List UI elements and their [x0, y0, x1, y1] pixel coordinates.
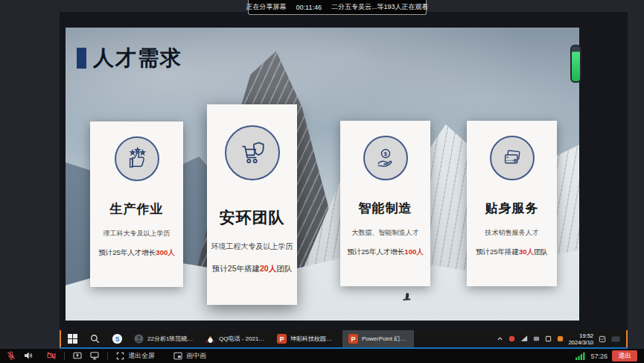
forecast-number: 20人 — [260, 264, 276, 273]
picture-in-picture-icon — [173, 352, 182, 360]
leave-meeting-button[interactable]: 退出 — [612, 350, 637, 362]
forecast-prefix: 预计25年人才增长 — [98, 248, 156, 256]
page-title: 人才需求 — [93, 44, 182, 72]
start-button[interactable] — [61, 330, 83, 347]
card-desc: 环境工程大专及以上学历 — [211, 242, 293, 252]
card-desc: 技术销售服务人才 — [485, 228, 539, 238]
audio-volume-indicator — [570, 45, 581, 83]
card-title: 安环团队 — [220, 207, 285, 228]
tray-icon-4[interactable] — [557, 335, 564, 342]
title-bullet — [77, 48, 86, 69]
forecast-number: 100人 — [404, 247, 423, 256]
taskbar-search-button[interactable] — [83, 330, 106, 347]
card-icon-circle — [225, 125, 280, 180]
camera-muted-button[interactable] — [47, 351, 56, 362]
card-production: 生产作业 理工科大专及以上学历 预计25年人才增长300人 — [90, 121, 183, 287]
meeting-controls-left: 退出全屏 画中画 — [0, 351, 206, 362]
forecast-prefix: 预计25年人才增长 — [347, 247, 404, 256]
tray-icon-1[interactable] — [508, 335, 515, 342]
touch-keyboard-icon[interactable] — [611, 335, 620, 343]
card-desc: 大数据、智能制造人才 — [352, 228, 419, 238]
control-divider — [107, 352, 108, 360]
skier-figure — [405, 292, 409, 298]
slide-title-block: 人才需求 — [77, 44, 182, 72]
card-forecast: 预计25年人才增长100人 — [347, 247, 423, 257]
share-viewers: 二分五专吴云...等193人正在观看 — [331, 2, 429, 12]
cart-shield-icon — [237, 137, 268, 168]
card-title: 智能制造 — [359, 200, 412, 217]
tray-time: 19:52 — [569, 332, 593, 339]
screen-share-status-bar: 正在分享屏幕 00:11:46 二分五专吴云...等193人正在观看 — [248, 0, 427, 15]
meeting-controls-right: 57:26 退出 — [576, 350, 644, 362]
pip-label: 画中画 — [186, 351, 206, 361]
task-label: 坤彩科技校园招聘... — [290, 335, 337, 343]
card-forecast: 预计25年搭建20人团队 — [212, 264, 292, 274]
meeting-duration: 57:26 — [590, 353, 608, 360]
card-safety-team: 安环团队 环境工程大专及以上学历 预计25年搭建20人团队 — [207, 104, 297, 305]
share-screen-button[interactable] — [73, 351, 82, 362]
thumbs-up-stars-icon — [124, 146, 150, 171]
taskbar-task-group-chat[interactable]: 22分析1班范晓鹏等... — [128, 330, 200, 347]
forecast-number: 30人 — [519, 247, 534, 256]
tray-chevron-up-icon[interactable] — [497, 335, 503, 342]
hand-coin-icon: $ — [373, 145, 398, 171]
svg-text:S: S — [115, 335, 119, 343]
search-icon — [90, 334, 100, 344]
browser-s-icon: S — [112, 333, 123, 344]
group-chat-avatar-icon — [134, 334, 144, 344]
taskbar-task-qq-call[interactable]: QQ电话 - 2021级... — [200, 330, 271, 347]
forecast-number: 300人 — [156, 248, 174, 256]
card-desc: 理工科大专及以上学历 — [103, 229, 170, 239]
windows-taskbar: S 22分析1班范晓鹏等... QQ电话 - 2021级... P 坤彩科技校园… — [60, 330, 628, 347]
task-label: 22分析1班范晓鹏等... — [147, 335, 194, 343]
credit-cards-icon — [500, 145, 525, 171]
meeting-app-window: 人才需求 生产作业 理工科大专及以上学历 预计25年人才增长300人 — [0, 0, 644, 363]
tray-network-icon[interactable] — [520, 335, 528, 342]
taskbar-task-ppt-slideshow[interactable]: P PowerPoint 幻灯... — [342, 330, 414, 347]
forecast-prefix: 预计25年搭建 — [212, 264, 260, 273]
meeting-control-bar: 退出全屏 画中画 57:26 退出 — [0, 349, 644, 363]
taskbar-browser-button[interactable]: S — [106, 330, 128, 347]
mic-muted-button[interactable] — [7, 351, 16, 362]
card-title: 贴身服务 — [485, 200, 539, 217]
signal-strength-icon — [576, 352, 586, 360]
tray-date: 2024/3/10 — [569, 339, 593, 346]
exit-fullscreen-button[interactable]: 退出全屏 — [116, 351, 155, 361]
taskbar-task-ppt-file[interactable]: P 坤彩科技校园招聘... — [271, 330, 342, 347]
card-forecast: 预计25年人才增长300人 — [98, 248, 174, 258]
qq-penguin-icon — [205, 334, 215, 344]
card-title: 生产作业 — [110, 201, 164, 218]
card-icon-circle: $ — [363, 136, 408, 180]
share-timer: 00:11:46 — [296, 4, 322, 11]
forecast-suffix: 团队 — [276, 264, 292, 273]
card-forecast: 预计25年搭建30人团队 — [476, 247, 548, 257]
powerpoint-icon: P — [277, 334, 287, 344]
card-icon-circle — [490, 136, 535, 180]
card-personal-service: 贴身服务 技术销售服务人才 预计25年搭建30人团队 — [467, 121, 557, 286]
tray-icon-2[interactable] — [533, 335, 540, 342]
card-smart-manufacturing: $ 智能制造 大数据、智能制造人才 预计25年人才增长100人 — [340, 121, 430, 286]
speaker-button[interactable] — [24, 351, 33, 362]
task-label: QQ电话 - 2021级... — [219, 335, 265, 343]
exit-fullscreen-icon — [116, 352, 124, 360]
action-center-icon[interactable] — [599, 335, 606, 343]
control-divider — [64, 352, 65, 360]
monitor-button[interactable] — [90, 351, 99, 362]
forecast-suffix: 团队 — [534, 247, 548, 256]
forecast-prefix: 预计25年搭建 — [476, 247, 519, 256]
tray-icon-3[interactable] — [545, 335, 552, 342]
system-tray: 19:52 2024/3/10 — [494, 330, 626, 347]
windows-logo-icon — [68, 334, 77, 344]
card-icon-circle — [115, 136, 159, 181]
svg-text:$: $ — [383, 151, 387, 157]
powerpoint-icon: P — [348, 334, 358, 344]
presentation-slide: 人才需求 生产作业 理工科大专及以上学历 预计25年人才增长300人 — [66, 28, 579, 321]
picture-in-picture-button[interactable]: 画中画 — [173, 351, 206, 361]
exit-fullscreen-label: 退出全屏 — [128, 351, 155, 361]
tray-clock[interactable]: 19:52 2024/3/10 — [569, 332, 593, 346]
share-status-label: 正在分享屏幕 — [246, 2, 287, 12]
task-label: PowerPoint 幻灯... — [362, 335, 408, 343]
